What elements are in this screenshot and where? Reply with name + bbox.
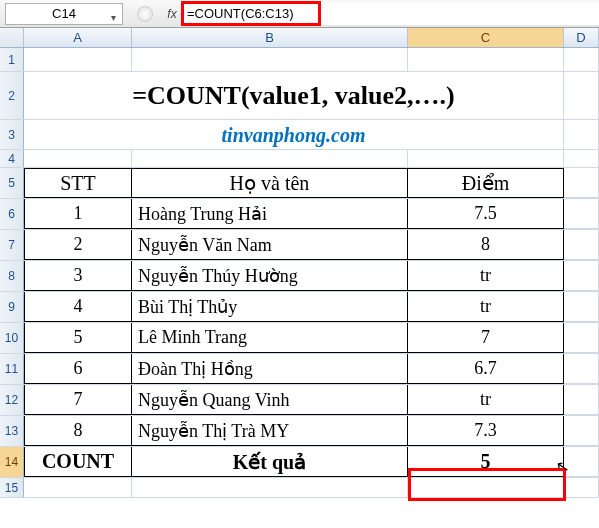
row-header[interactable]: 3: [0, 120, 24, 149]
row-14: 14 COUNT Kết quả 5: [0, 447, 599, 478]
row-header[interactable]: 8: [0, 261, 24, 291]
dropdown-icon[interactable]: ▾: [106, 8, 120, 22]
row-5: 5 STT Họ và tên Điểm: [0, 168, 599, 199]
table-row: 72Nguyễn Văn Nam8: [0, 230, 599, 261]
cell-name[interactable]: Nguyễn Thúy Hường: [132, 261, 408, 291]
row-header[interactable]: 2: [0, 72, 24, 119]
cell-name[interactable]: Lê Minh Trang: [132, 323, 408, 353]
cell[interactable]: [564, 261, 599, 291]
rows: 1 2 =COUNT(value1, value2,….) 3 tinvanph…: [0, 48, 599, 498]
row-header[interactable]: 10: [0, 323, 24, 353]
table-row: 105Lê Minh Trang7: [0, 323, 599, 354]
row-header[interactable]: 9: [0, 292, 24, 322]
cell-name[interactable]: Hoàng Trung Hải: [132, 199, 408, 229]
row-header[interactable]: 11: [0, 354, 24, 384]
footer-result-value: 5: [481, 450, 491, 473]
name-box[interactable]: C14 ▾: [5, 3, 123, 25]
cell-stt[interactable]: 5: [24, 323, 132, 353]
table-row: 83Nguyễn Thúy Hườngtr: [0, 261, 599, 292]
cell-stt[interactable]: 7: [24, 385, 132, 415]
fx-circle-icon: [137, 6, 153, 22]
formula-bar: C14 ▾ fx =COUNT(C6:C13): [0, 0, 599, 28]
th-name[interactable]: Họ và tên: [132, 168, 408, 198]
cell[interactable]: [408, 150, 564, 168]
col-header-a[interactable]: A: [24, 28, 132, 47]
cell-stt[interactable]: 2: [24, 230, 132, 260]
row-2: 2 =COUNT(value1, value2,….): [0, 72, 599, 120]
footer-label[interactable]: COUNT: [24, 447, 132, 477]
cell[interactable]: [564, 230, 599, 260]
row-header[interactable]: 4: [0, 150, 24, 167]
cell-stt[interactable]: 1: [24, 199, 132, 229]
cell-score[interactable]: tr: [408, 385, 564, 415]
cell[interactable]: [408, 48, 564, 72]
cell-stt[interactable]: 8: [24, 416, 132, 446]
formula-input[interactable]: =COUNT(C6:C13): [181, 3, 599, 25]
cell[interactable]: [564, 72, 599, 120]
th-score[interactable]: Điểm: [408, 168, 564, 198]
cell-name[interactable]: Nguyễn Thị Trà MY: [132, 416, 408, 446]
cell[interactable]: [564, 354, 599, 384]
cell[interactable]: [408, 478, 564, 498]
cell-score[interactable]: 6.7: [408, 354, 564, 384]
name-box-value: C14: [52, 6, 76, 21]
table-row: 116Đoàn Thị Hồng6.7: [0, 354, 599, 385]
row-header[interactable]: 15: [0, 478, 24, 497]
cell-name[interactable]: Nguyễn Quang Vinh: [132, 385, 408, 415]
title-text: =COUNT(value1, value2,….): [132, 81, 454, 111]
col-header-c[interactable]: C: [408, 28, 564, 47]
fx-icon[interactable]: fx: [163, 7, 181, 21]
cell[interactable]: [132, 150, 408, 168]
cell[interactable]: [24, 48, 132, 72]
row-4: 4: [0, 150, 599, 168]
th-stt[interactable]: STT: [24, 168, 132, 198]
cell-score[interactable]: 7.5: [408, 199, 564, 229]
cell-score[interactable]: tr: [408, 261, 564, 291]
title-cell[interactable]: =COUNT(value1, value2,….): [24, 72, 564, 120]
row-15: 15: [0, 478, 599, 498]
table-row: 94Bùi Thị Thủytr: [0, 292, 599, 323]
cell[interactable]: [564, 168, 599, 198]
cell[interactable]: [132, 48, 408, 72]
cell-stt[interactable]: 3: [24, 261, 132, 291]
table-row: 61Hoàng Trung Hải7.5: [0, 199, 599, 230]
website-cell[interactable]: tinvanphong.com: [24, 120, 564, 150]
cell[interactable]: [564, 292, 599, 322]
row-header[interactable]: 5: [0, 168, 24, 198]
footer-result-label[interactable]: Kết quả: [132, 447, 408, 477]
col-header-d[interactable]: D: [564, 28, 599, 47]
cell[interactable]: [24, 150, 132, 168]
row-header[interactable]: 14: [0, 447, 24, 477]
cell-score[interactable]: 7: [408, 323, 564, 353]
cell-stt[interactable]: 6: [24, 354, 132, 384]
col-header-b[interactable]: B: [132, 28, 408, 47]
cell[interactable]: [564, 416, 599, 446]
cell[interactable]: [564, 323, 599, 353]
cell-name[interactable]: Nguyễn Văn Nam: [132, 230, 408, 260]
cell-score[interactable]: 8: [408, 230, 564, 260]
row-header[interactable]: 13: [0, 416, 24, 446]
cell-name[interactable]: Bùi Thị Thủy: [132, 292, 408, 322]
cell[interactable]: [564, 120, 599, 150]
cell[interactable]: [24, 478, 132, 498]
row-header[interactable]: 6: [0, 199, 24, 229]
cell[interactable]: [564, 385, 599, 415]
row-header[interactable]: 12: [0, 385, 24, 415]
cell[interactable]: [564, 150, 599, 168]
cell-stt[interactable]: 4: [24, 292, 132, 322]
spreadsheet-grid: A B C D 1 2 =COUNT(value1, value2,….) 3 …: [0, 28, 599, 498]
cell-name[interactable]: Đoàn Thị Hồng: [132, 354, 408, 384]
cell[interactable]: [564, 478, 599, 498]
cell[interactable]: [132, 478, 408, 498]
cell-score[interactable]: tr: [408, 292, 564, 322]
cell[interactable]: [564, 48, 599, 72]
row-header[interactable]: 1: [0, 48, 24, 71]
row-header[interactable]: 7: [0, 230, 24, 260]
formula-text: =COUNT(C6:C13): [187, 5, 294, 23]
cell[interactable]: [564, 199, 599, 229]
row-3: 3 tinvanphong.com: [0, 120, 599, 150]
table-row: 138Nguyễn Thị Trà MY7.3: [0, 416, 599, 447]
select-all-corner[interactable]: [0, 28, 24, 47]
cell-score[interactable]: 7.3: [408, 416, 564, 446]
footer-result-cell[interactable]: 5: [408, 447, 564, 477]
